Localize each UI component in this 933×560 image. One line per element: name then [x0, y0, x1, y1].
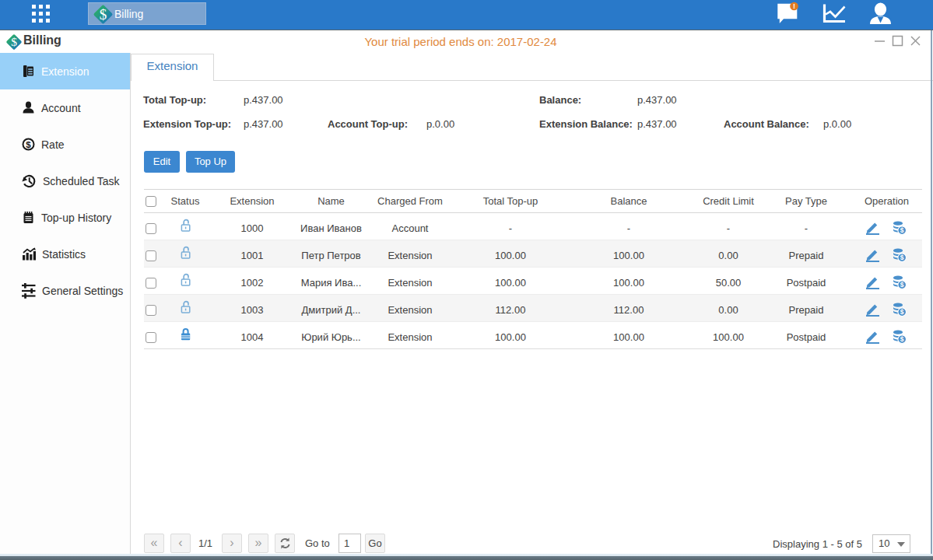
svg-text:$: $ [26, 140, 31, 149]
svg-text:$: $ [100, 6, 107, 23]
svg-text:$: $ [900, 226, 904, 234]
svg-text:$: $ [900, 308, 904, 316]
svg-text:$: $ [900, 335, 904, 343]
svg-text:$: $ [900, 281, 904, 289]
svg-text:$: $ [900, 254, 904, 261]
svg-text:!: ! [793, 2, 795, 10]
